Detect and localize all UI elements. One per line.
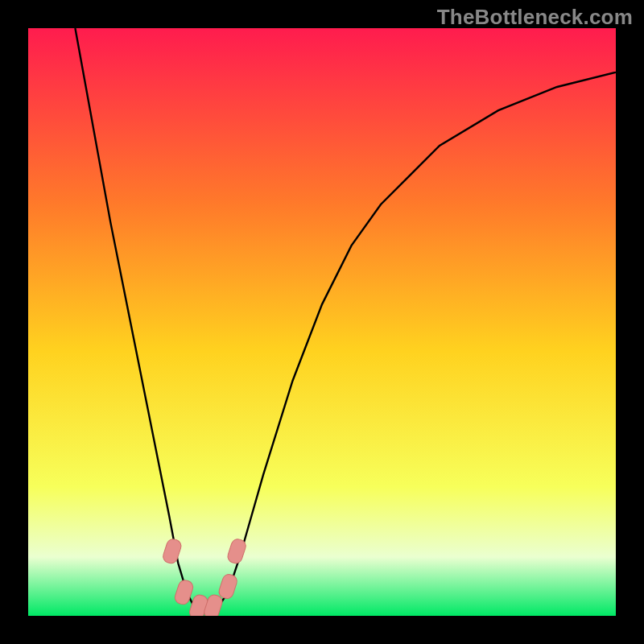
gradient-background: [28, 28, 616, 616]
chart-svg: [28, 28, 616, 616]
watermark-text: TheBottleneck.com: [437, 5, 633, 30]
chart-plot-area: [28, 28, 616, 616]
chart-frame: TheBottleneck.com: [0, 0, 644, 644]
